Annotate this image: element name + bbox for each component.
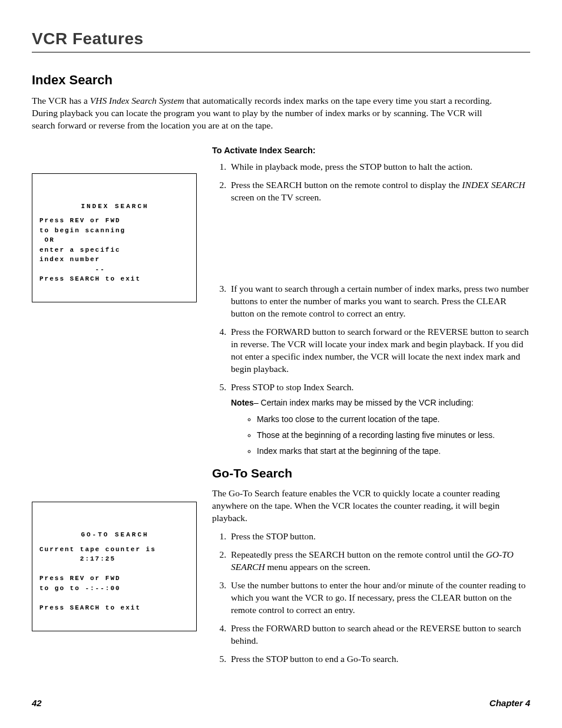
- goto-step-3: Use the number buttons to enter the hour…: [229, 579, 530, 617]
- section-heading-goto: Go-To Search: [212, 465, 530, 482]
- goto-steps: Press the STOP button. Repeatedly press …: [212, 531, 530, 665]
- step-4: Press the FORWARD button to search forwa…: [229, 326, 530, 375]
- goto-step-2-pre: Repeatedly press the SEARCH button on th…: [231, 549, 486, 559]
- intro-text-pre: The VCR has a: [32, 95, 90, 106]
- page-footer: 42 Chapter 4: [32, 698, 530, 708]
- goto-step-2: Repeatedly press the SEARCH button on th…: [229, 549, 530, 574]
- index-search-columns: INDEX SEARCHPress REV or FWD to begin sc…: [32, 145, 530, 674]
- bullet-2: Those at the beginning of a recording la…: [257, 430, 530, 441]
- screen-title: GO-TO SEARCH: [39, 530, 190, 540]
- goto-step-5: Press the STOP button to end a Go-To sea…: [229, 653, 530, 666]
- step-2-em: INDEX SEARCH: [462, 180, 525, 190]
- spacer: [212, 212, 530, 283]
- index-search-intro: The VCR has a VHS Index Search System th…: [32, 95, 503, 132]
- step-1: While in playback mode, press the STOP b…: [229, 161, 530, 173]
- chapter-label: Chapter 4: [490, 698, 530, 708]
- index-search-steps-cont: If you want to search through a certain …: [212, 283, 530, 457]
- chapter-title: VCR Features: [32, 29, 530, 48]
- index-search-screen: INDEX SEARCHPress REV or FWD to begin sc…: [32, 173, 197, 303]
- step-3: If you want to search through a certain …: [229, 283, 530, 320]
- index-search-steps: While in playback mode, press the STOP b…: [212, 161, 530, 204]
- spacer: [32, 145, 197, 173]
- step-2-pre: Press the SEARCH button on the remote co…: [231, 180, 462, 190]
- activate-label: To Activate Index Search:: [212, 145, 530, 157]
- section-heading-index-search: Index Search: [32, 73, 530, 88]
- goto-step-4: Press the FORWARD button to search ahead…: [229, 622, 530, 647]
- sidebar-screens: INDEX SEARCHPress REV or FWD to begin sc…: [32, 145, 197, 631]
- step-2: Press the SEARCH button on the remote co…: [229, 179, 530, 204]
- goto-step-2-post: menu appears on the screen.: [265, 562, 371, 572]
- goto-intro: The Go-To Search feature enables the VCR…: [212, 487, 530, 525]
- screen-title: INDEX SEARCH: [39, 202, 190, 212]
- bullet-3: Index marks that start at the beginning …: [257, 446, 530, 457]
- screen-body: Current tape counter is 2:17:25 Press RE…: [39, 546, 156, 611]
- step-2-post: screen on the TV screen.: [231, 192, 321, 202]
- step-5-main: Press STOP to stop Index Search.: [231, 382, 353, 392]
- bullet-1: Marks too close to the current location …: [257, 414, 530, 425]
- screen-body: Press REV or FWD to begin scanning OR en…: [39, 217, 141, 282]
- notes-bullets: Marks too close to the current location …: [231, 414, 530, 457]
- intro-em: VHS Index Search System: [90, 95, 184, 106]
- main-column: To Activate Index Search: While in playb…: [212, 145, 530, 674]
- notes-text: – Certain index marks may be missed by t…: [254, 398, 474, 407]
- spacer: [32, 302, 197, 502]
- goto-step-1: Press the STOP button.: [229, 531, 530, 543]
- page-number: 42: [32, 698, 42, 708]
- title-rule: [32, 52, 530, 52]
- step-5-notes: Notes– Certain index marks may be missed…: [231, 397, 530, 409]
- step-5: Press STOP to stop Index Search. Notes– …: [229, 381, 530, 457]
- notes-label: Notes: [231, 398, 254, 407]
- goto-search-screen: GO-TO SEARCHCurrent tape counter is 2:17…: [32, 502, 197, 631]
